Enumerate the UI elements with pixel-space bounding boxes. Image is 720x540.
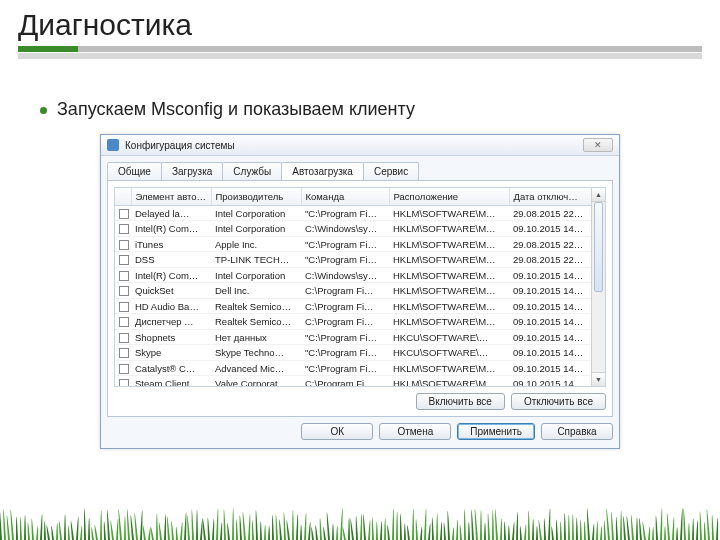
table-row[interactable]: Delayed la…Intel Corporation"C:\Program … [115, 206, 591, 221]
table-row[interactable]: Steam Client…Valve Corporat…C:\Program F… [115, 376, 591, 386]
table-row[interactable]: QuickSetDell Inc.C:\Program Fi…HKLM\SOFT… [115, 283, 591, 298]
ok-button[interactable]: ОК [301, 423, 373, 440]
cell-location: HKCU\SOFTWARE\… [389, 329, 509, 344]
cell-item: Steam Client… [131, 376, 211, 386]
cell-date: 29.08.2015 22… [509, 236, 591, 251]
disable-all-button[interactable]: Отключить все [511, 393, 606, 410]
cell-command: C:\Program Fi… [301, 298, 389, 313]
cell-item: HD Audio Ba… [131, 298, 211, 313]
tab-boot[interactable]: Загрузка [161, 162, 223, 180]
cell-location: HKLM\SOFTWARE\M… [389, 360, 509, 375]
table-row[interactable]: HD Audio Ba…Realtek Semico…C:\Program Fi… [115, 298, 591, 313]
scroll-up-icon[interactable]: ▲ [592, 188, 605, 202]
row-checkbox[interactable] [119, 255, 129, 265]
cancel-button[interactable]: Отмена [379, 423, 451, 440]
table-row[interactable]: ShopnetsНет данных"C:\Program Fi…HKCU\SO… [115, 329, 591, 344]
row-checkbox[interactable] [119, 364, 129, 374]
cell-command: C:\Program Fi… [301, 314, 389, 329]
scrollbar[interactable]: ▲ ▼ [591, 188, 605, 386]
close-icon: ✕ [594, 140, 602, 150]
col-manufacturer[interactable]: Производитель [211, 188, 301, 206]
help-button[interactable]: Справка [541, 423, 613, 440]
cell-item: Shopnets [131, 329, 211, 344]
cell-manufacturer: Realtek Semico… [211, 298, 301, 313]
cell-date: 09.10.2015 14… [509, 267, 591, 282]
cell-command: C:\Windows\sy… [301, 267, 389, 282]
cell-date: 29.08.2015 22… [509, 252, 591, 267]
cell-date: 09.10.2015 14… [509, 360, 591, 375]
title-underline [18, 46, 702, 52]
apply-button[interactable]: Применить [457, 423, 535, 440]
tab-general[interactable]: Общие [107, 162, 162, 180]
col-command[interactable]: Команда [301, 188, 389, 206]
cell-manufacturer: Apple Inc. [211, 236, 301, 251]
cell-command: "C:\Program Fi… [301, 345, 389, 360]
table-row[interactable]: Catalyst® C…Advanced Mic…"C:\Program Fi…… [115, 360, 591, 375]
row-checkbox[interactable] [119, 286, 129, 296]
cell-location: HKLM\SOFTWARE\M… [389, 376, 509, 386]
cell-command: "C:\Program Fi… [301, 236, 389, 251]
scroll-thumb[interactable] [594, 202, 603, 292]
app-icon [107, 139, 119, 151]
row-checkbox[interactable] [119, 302, 129, 312]
scroll-down-icon[interactable]: ▼ [592, 372, 605, 386]
cell-manufacturer: Valve Corporat… [211, 376, 301, 386]
cell-location: HKLM\SOFTWARE\M… [389, 314, 509, 329]
cell-command: "C:\Program Fi… [301, 329, 389, 344]
row-checkbox[interactable] [119, 348, 129, 358]
row-checkbox[interactable] [119, 240, 129, 250]
cell-location: HKLM\SOFTWARE\M… [389, 267, 509, 282]
cell-manufacturer: Intel Corporation [211, 206, 301, 221]
cell-date: 09.10.2015 14… [509, 221, 591, 236]
tab-panel-startup: Элемент авто… Производитель Команда Расп… [107, 180, 613, 417]
cell-manufacturer: Realtek Semico… [211, 314, 301, 329]
cell-item: QuickSet [131, 283, 211, 298]
cell-command: "C:\Program Fi… [301, 252, 389, 267]
cell-item: Skype [131, 345, 211, 360]
table-row[interactable]: Intel(R) Com…Intel CorporationC:\Windows… [115, 221, 591, 236]
row-checkbox[interactable] [119, 271, 129, 281]
table-row[interactable]: Intel(R) Com…Intel CorporationC:\Windows… [115, 267, 591, 282]
msconfig-window: Конфигурация системы ✕ Общие Загрузка Сл… [100, 134, 620, 449]
tab-startup[interactable]: Автозагрузка [281, 162, 364, 180]
cell-command: C:\Program Fi… [301, 376, 389, 386]
row-checkbox[interactable] [119, 209, 129, 219]
tab-services[interactable]: Службы [222, 162, 282, 180]
cell-command: "C:\Program Fi… [301, 206, 389, 221]
col-item[interactable]: Элемент авто… [131, 188, 211, 206]
cell-manufacturer: Нет данных [211, 329, 301, 344]
cell-item: Intel(R) Com… [131, 267, 211, 282]
row-checkbox[interactable] [119, 333, 129, 343]
cell-location: HKLM\SOFTWARE\M… [389, 283, 509, 298]
grass-decoration [0, 470, 720, 540]
cell-location: HKLM\SOFTWARE\M… [389, 236, 509, 251]
cell-manufacturer: Intel Corporation [211, 267, 301, 282]
table-row[interactable]: DSSTP-LINK TECH…"C:\Program Fi…HKLM\SOFT… [115, 252, 591, 267]
startup-list: Элемент авто… Производитель Команда Расп… [114, 187, 606, 387]
window-title: Конфигурация системы [125, 140, 583, 151]
row-checkbox[interactable] [119, 379, 129, 386]
cell-date: 09.10.2015 14… [509, 298, 591, 313]
cell-date: 09.10.2015 14… [509, 283, 591, 298]
table-row[interactable]: Диспетчер …Realtek Semico…C:\Program Fi…… [115, 314, 591, 329]
window-titlebar[interactable]: Конфигурация системы ✕ [101, 135, 619, 156]
cell-item: iTunes [131, 236, 211, 251]
cell-date: 09.10.2015 14… [509, 376, 591, 386]
cell-location: HKCU\SOFTWARE\… [389, 345, 509, 360]
col-date[interactable]: Дата отключ… [509, 188, 591, 206]
table-row[interactable]: iTunesApple Inc."C:\Program Fi…HKLM\SOFT… [115, 236, 591, 251]
bullet-item: Запускаем Msconfig и показываем клиенту [40, 99, 680, 120]
col-location[interactable]: Расположение [389, 188, 509, 206]
row-checkbox[interactable] [119, 317, 129, 327]
cell-manufacturer: TP-LINK TECH… [211, 252, 301, 267]
enable-all-button[interactable]: Включить все [416, 393, 505, 410]
table-row[interactable]: SkypeSkype Techno…"C:\Program Fi…HKCU\SO… [115, 345, 591, 360]
cell-item: Диспетчер … [131, 314, 211, 329]
table-header-row: Элемент авто… Производитель Команда Расп… [115, 188, 591, 206]
cell-date: 09.10.2015 14… [509, 329, 591, 344]
tab-tools[interactable]: Сервис [363, 162, 419, 180]
cell-location: HKLM\SOFTWARE\M… [389, 221, 509, 236]
close-button[interactable]: ✕ [583, 138, 613, 152]
row-checkbox[interactable] [119, 224, 129, 234]
cell-item: Delayed la… [131, 206, 211, 221]
